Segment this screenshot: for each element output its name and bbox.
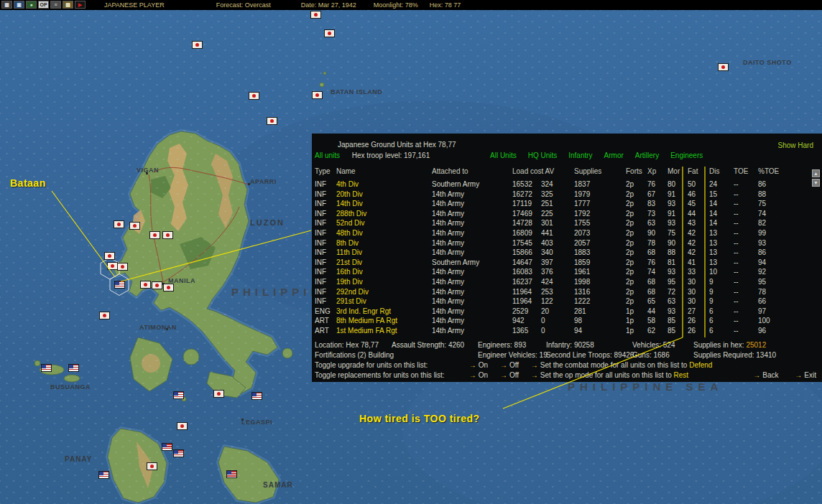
- unit-marker-us[interactable]: [68, 364, 79, 372]
- col-loadcost-av[interactable]: Load cost AV: [512, 167, 574, 176]
- replacements-off-button[interactable]: →Off: [500, 371, 519, 379]
- unit-marker-japanese[interactable]: [192, 41, 203, 49]
- table-row[interactable]: INF 14th Div 14th Army 17119 251 1777 2p…: [315, 199, 794, 209]
- unit-marker-japanese[interactable]: [114, 220, 124, 228]
- col-forts[interactable]: Forts: [626, 167, 647, 176]
- unit-type: INF: [315, 218, 336, 228]
- table-row[interactable]: ENG 3rd Ind. Engr Rgt 14th Army 2529 20 …: [315, 307, 794, 317]
- unit-marker-japanese[interactable]: [140, 281, 151, 289]
- unit-ptoe: 74: [758, 209, 794, 219]
- col-fat[interactable]: Fat: [688, 167, 709, 176]
- filter-engineers[interactable]: Engineers: [670, 151, 703, 159]
- unit-marker-japanese[interactable]: [324, 29, 335, 37]
- back-button[interactable]: →Back: [753, 371, 778, 379]
- col-toe[interactable]: TOE: [734, 167, 758, 176]
- filter-all-units[interactable]: All Units: [490, 151, 517, 159]
- set-op-mode-button[interactable]: →Set the op mode for all units on this l…: [531, 371, 688, 379]
- table-row[interactable]: INF 291st Div 14th Army 11964 122 1222 2…: [315, 297, 794, 307]
- table-row[interactable]: INF 288th Div 14th Army 17469 225 1792 2…: [315, 209, 794, 219]
- table-row[interactable]: ART 8th Medium FA Rgt 14th Army 942 0 98…: [315, 316, 794, 326]
- col-supplies[interactable]: Supplies: [574, 167, 626, 176]
- unit-marker-japanese[interactable]: [267, 117, 277, 125]
- unit-marker-us[interactable]: [98, 471, 109, 479]
- unit-marker-us[interactable]: [162, 443, 172, 451]
- unit-name-link[interactable]: 3rd Ind. Engr Rgt: [336, 307, 432, 317]
- table-row[interactable]: INF 11th Div 14th Army 15866 340 1883 2p…: [315, 248, 794, 258]
- col-attached[interactable]: Attached to: [432, 167, 512, 176]
- unit-marker-japanese[interactable]: [117, 263, 128, 271]
- unit-name-link[interactable]: 1st Medium FA Rgt: [336, 326, 432, 336]
- unit-marker-japanese[interactable]: [99, 312, 110, 319]
- unit-marker-us[interactable]: [173, 391, 184, 399]
- unit-marker-us[interactable]: [114, 281, 125, 289]
- table-row[interactable]: INF 52nd Div 14th Army 14728 301 1755 2p…: [315, 218, 794, 228]
- scroll-down-button[interactable]: ▼: [812, 179, 820, 187]
- unit-name-link[interactable]: 20th Div: [336, 190, 432, 200]
- unit-marker-us[interactable]: [173, 449, 184, 457]
- col-mor[interactable]: Mor: [668, 167, 688, 176]
- col-xp[interactable]: Xp: [647, 167, 668, 176]
- unit-name-link[interactable]: 52nd Div: [336, 218, 432, 228]
- table-row[interactable]: INF 8th Div 14th Army 17545 403 2057 2p …: [315, 238, 794, 248]
- unit-marker-japanese[interactable]: [312, 91, 323, 99]
- unit-marker-japanese[interactable]: [177, 422, 188, 430]
- save-icon[interactable]: ▣: [14, 1, 24, 9]
- op-mode-icon[interactable]: OP: [38, 1, 49, 9]
- window-icon[interactable]: ▦: [1, 1, 12, 9]
- table-row[interactable]: INF 292nd Div 14th Army 11964 253 1316 2…: [315, 287, 794, 297]
- table-row[interactable]: INF 48th Div 14th Army 16809 441 2073 2p…: [315, 228, 794, 238]
- filter-artillery[interactable]: Artillery: [635, 151, 659, 159]
- upgrade-on-button[interactable]: →On: [469, 361, 488, 369]
- unit-name-link[interactable]: 14th Div: [336, 199, 432, 209]
- unit-marker-us[interactable]: [226, 470, 237, 478]
- unit-marker-japanese[interactable]: [163, 284, 174, 291]
- list-icon[interactable]: ≡: [50, 1, 61, 9]
- unit-name-link[interactable]: 11th Div: [336, 248, 432, 258]
- filter-armor[interactable]: Armor: [604, 151, 624, 159]
- show-hard-button[interactable]: Show Hard: [778, 141, 813, 150]
- unit-marker-japanese[interactable]: [152, 281, 162, 289]
- col-type[interactable]: Type: [315, 167, 336, 176]
- unit-marker-japanese[interactable]: [129, 222, 140, 230]
- unit-marker-us[interactable]: [251, 392, 262, 400]
- map-icon[interactable]: ▤: [63, 1, 73, 9]
- unit-name-link[interactable]: 19th Div: [336, 277, 432, 287]
- table-row[interactable]: ART 1st Medium FA Rgt 14th Army 1365 0 9…: [315, 326, 794, 336]
- unit-name-link[interactable]: 8th Div: [336, 238, 432, 248]
- unit-name-link[interactable]: 21st Div: [336, 258, 432, 268]
- unit-marker-japanese[interactable]: [147, 462, 157, 470]
- unit-marker-japanese[interactable]: [104, 252, 115, 260]
- unit-name-link[interactable]: 288th Div: [336, 209, 432, 219]
- unit-name-link[interactable]: 48th Div: [336, 228, 432, 238]
- set-combat-mode-button[interactable]: →Set the combat mode for all units on th…: [531, 361, 713, 369]
- unit-marker-japanese[interactable]: [718, 63, 729, 71]
- unit-marker-japanese[interactable]: [213, 390, 224, 398]
- col-name[interactable]: Name: [336, 167, 432, 176]
- table-row[interactable]: INF 21st Div Southern Army 14647 397 185…: [315, 258, 794, 268]
- unit-name-link[interactable]: 292nd Div: [336, 287, 432, 297]
- exit-button[interactable]: →Exit: [795, 371, 816, 379]
- unit-marker-japanese[interactable]: [310, 11, 321, 19]
- upgrade-off-button[interactable]: →Off: [500, 361, 519, 369]
- unit-name-link[interactable]: 4th Div: [336, 179, 432, 190]
- table-row[interactable]: INF 19th Div 14th Army 16237 424 1998 2p…: [315, 277, 794, 287]
- table-row[interactable]: INF 16th Div 14th Army 16083 376 1961 2p…: [315, 267, 794, 277]
- unit-name-link[interactable]: 8th Medium FA Rgt: [336, 316, 432, 326]
- globe-icon[interactable]: ●: [26, 1, 37, 9]
- turn-play-icon[interactable]: ▶: [75, 1, 86, 9]
- unit-name-link[interactable]: 291st Div: [336, 297, 432, 307]
- col-ptoe[interactable]: %TOE: [758, 167, 797, 176]
- filter-hq-units[interactable]: HQ Units: [528, 151, 558, 159]
- unit-marker-japanese[interactable]: [107, 262, 118, 270]
- unit-marker-japanese[interactable]: [162, 231, 173, 239]
- filter-infantry[interactable]: Infantry: [568, 151, 592, 159]
- unit-marker-japanese[interactable]: [149, 231, 160, 239]
- table-row[interactable]: INF 20th Div 14th Army 16272 325 1979 2p…: [315, 190, 794, 200]
- unit-marker-japanese[interactable]: [249, 92, 259, 100]
- unit-marker-us[interactable]: [41, 364, 52, 372]
- unit-name-link[interactable]: 16th Div: [336, 267, 432, 277]
- table-row[interactable]: INF 4th Div Southern Army 16532 324 1837…: [315, 179, 794, 190]
- col-dis[interactable]: Dis: [709, 167, 734, 176]
- scroll-up-button[interactable]: ▲: [812, 169, 820, 177]
- replacements-on-button[interactable]: →On: [469, 371, 488, 379]
